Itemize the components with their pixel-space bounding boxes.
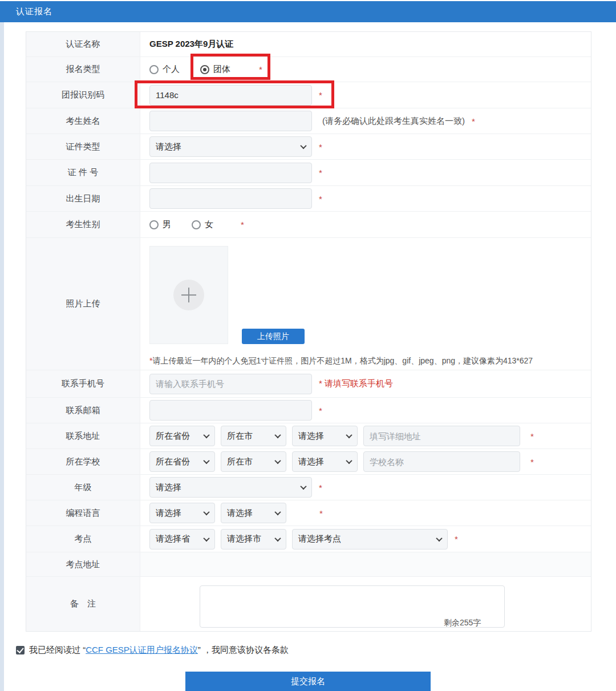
row-photo-upload: 照片上传 上传照片 *请上传最近一年内的个人免冠1寸证件照，图片不超过1M，格式… bbox=[26, 238, 591, 370]
address-province-select[interactable]: 所在省份 bbox=[149, 426, 215, 446]
radio-personal[interactable]: 个人 bbox=[149, 64, 180, 75]
site-city-select[interactable]: 请选择市 bbox=[221, 529, 286, 549]
agreement-text: 我已经阅读过 “CCF GESP认证用户报名协议” ，我同意该协议各条款 bbox=[29, 645, 289, 656]
row-id-number: 证 件 号 * bbox=[26, 160, 591, 186]
school-district-select[interactable]: 请选择 bbox=[292, 451, 358, 472]
required-star: * bbox=[241, 220, 244, 229]
agreement-row: 我已经阅读过 “CCF GESP认证用户报名协议” ，我同意该协议各条款 bbox=[16, 645, 289, 656]
required-star: * bbox=[319, 508, 323, 518]
language-first-select[interactable]: 请选择 bbox=[149, 503, 215, 523]
site-address-label: 考点地址 bbox=[26, 552, 140, 576]
phone-input[interactable] bbox=[149, 374, 312, 394]
language-label: 编程语言 bbox=[26, 500, 140, 526]
address-label: 联系地址 bbox=[26, 423, 140, 448]
school-label: 所在学校 bbox=[26, 449, 140, 474]
id-number-input[interactable] bbox=[149, 163, 312, 183]
row-site-address: 考点地址 bbox=[26, 552, 591, 577]
cert-name-value: GESP 2023年9月认证 bbox=[149, 39, 233, 50]
chevron-down-icon bbox=[300, 143, 306, 149]
agreement-link[interactable]: CCF GESP认证用户报名协议 bbox=[86, 645, 198, 654]
school-province-select[interactable]: 所在省份 bbox=[149, 451, 215, 472]
row-gender: 考生性别 男 女 * bbox=[26, 212, 591, 238]
radio-female-circle[interactable] bbox=[192, 220, 201, 229]
address-district-select[interactable]: 请选择 bbox=[292, 426, 358, 446]
id-type-label: 证件类型 bbox=[26, 134, 140, 159]
required-star: * bbox=[319, 142, 322, 152]
row-phone: 联系手机号 * 请填写联系手机号 bbox=[26, 370, 591, 398]
radio-personal-circle[interactable] bbox=[149, 65, 159, 74]
row-grade: 年级 请选择 * bbox=[26, 475, 591, 500]
candidate-name-label: 考生姓名 bbox=[26, 108, 140, 134]
row-language: 编程语言 请选择 请选择 * bbox=[26, 500, 591, 526]
remark-label: 备 注 bbox=[26, 577, 140, 631]
site-province-select[interactable]: 请选择省 bbox=[149, 529, 215, 549]
birth-date-input[interactable] bbox=[149, 188, 312, 209]
required-star: * bbox=[455, 534, 458, 544]
agreement-checkbox[interactable] bbox=[16, 646, 25, 654]
annotation-box-group-code bbox=[135, 80, 334, 108]
chevron-down-icon bbox=[346, 458, 352, 464]
row-address: 联系地址 所在省份 所在市 请选择 * bbox=[26, 423, 591, 449]
plus-icon[interactable] bbox=[173, 280, 204, 310]
radio-male-circle[interactable] bbox=[149, 220, 159, 229]
candidate-name-hint: (请务必确认此处跟考生真实姓名一致) bbox=[322, 116, 465, 127]
radio-female[interactable]: 女 bbox=[192, 219, 213, 230]
language-second-select[interactable]: 请选择 bbox=[221, 503, 286, 523]
chevron-down-icon bbox=[436, 535, 442, 541]
school-name-input[interactable] bbox=[363, 451, 520, 472]
chevron-down-icon bbox=[203, 432, 209, 438]
chevron-down-icon bbox=[203, 458, 209, 464]
reg-type-label: 报名类型 bbox=[26, 57, 140, 82]
required-star: * bbox=[472, 116, 475, 126]
phone-error: * 请填写联系手机号 bbox=[318, 378, 393, 389]
submit-button[interactable]: 提交报名 bbox=[185, 672, 431, 691]
chevron-down-icon bbox=[203, 509, 209, 515]
chevron-down-icon bbox=[274, 458, 281, 464]
site-label: 考点 bbox=[26, 526, 140, 552]
photo-label: 照片上传 bbox=[26, 238, 140, 370]
page-header: 认证报名 bbox=[0, 1, 616, 22]
required-star: * bbox=[319, 483, 322, 492]
candidate-name-input[interactable] bbox=[149, 111, 312, 131]
required-star: * bbox=[530, 431, 534, 441]
chevron-down-icon bbox=[300, 483, 306, 490]
grade-label: 年级 bbox=[26, 475, 140, 500]
id-number-label: 证 件 号 bbox=[26, 160, 140, 185]
email-input[interactable] bbox=[149, 400, 312, 421]
chevron-down-icon bbox=[274, 432, 281, 438]
row-remark: 备 注 剩余255字 bbox=[26, 577, 591, 631]
row-email: 联系邮箱 * bbox=[26, 398, 591, 423]
row-cert-name: 认证名称 GESP 2023年9月认证 bbox=[26, 32, 591, 57]
grade-select[interactable]: 请选择 bbox=[149, 477, 312, 498]
row-candidate-name: 考生姓名 (请务必确认此处跟考生真实姓名一致) * bbox=[26, 108, 591, 134]
page-left-strip bbox=[0, 22, 4, 691]
row-birth-date: 出生日期 * bbox=[26, 186, 591, 212]
cert-name-label: 认证名称 bbox=[26, 32, 140, 56]
site-name-select[interactable]: 请选择考点 bbox=[292, 529, 448, 549]
chevron-down-icon bbox=[203, 535, 209, 541]
registration-form: 认证名称 GESP 2023年9月认证 报名类型 个人 团体 * 团报识别码 *… bbox=[26, 31, 591, 632]
row-reg-type: 报名类型 个人 团体 * bbox=[26, 57, 591, 82]
required-star: * bbox=[319, 406, 322, 415]
chevron-down-icon bbox=[274, 535, 281, 541]
radio-male[interactable]: 男 bbox=[149, 219, 171, 230]
school-city-select[interactable]: 所在市 bbox=[221, 451, 286, 472]
photo-hint: *请上传最近一年内的个人免冠1寸证件照，图片不超过1M，格式为jpg、gif、j… bbox=[149, 356, 533, 366]
required-star: * bbox=[530, 457, 534, 467]
email-label: 联系邮箱 bbox=[26, 398, 140, 423]
birth-date-label: 出生日期 bbox=[26, 186, 140, 211]
photo-upload-area[interactable] bbox=[149, 246, 228, 344]
chevron-down-icon bbox=[274, 509, 281, 515]
row-school: 所在学校 所在省份 所在市 请选择 * bbox=[26, 449, 591, 475]
phone-label: 联系手机号 bbox=[26, 370, 140, 397]
id-type-select[interactable]: 请选择 bbox=[149, 136, 312, 157]
required-star: * bbox=[319, 168, 322, 177]
remaining-chars-counter: 剩余255字 bbox=[444, 618, 481, 628]
group-code-label: 团报识别码 bbox=[26, 82, 140, 108]
gender-label: 考生性别 bbox=[26, 212, 140, 237]
required-star: * bbox=[319, 194, 322, 204]
address-detail-input[interactable] bbox=[363, 426, 520, 446]
row-site: 考点 请选择省 请选择市 请选择考点 * bbox=[26, 526, 591, 552]
address-city-select[interactable]: 所在市 bbox=[221, 426, 286, 446]
upload-photo-button[interactable]: 上传照片 bbox=[242, 329, 305, 344]
